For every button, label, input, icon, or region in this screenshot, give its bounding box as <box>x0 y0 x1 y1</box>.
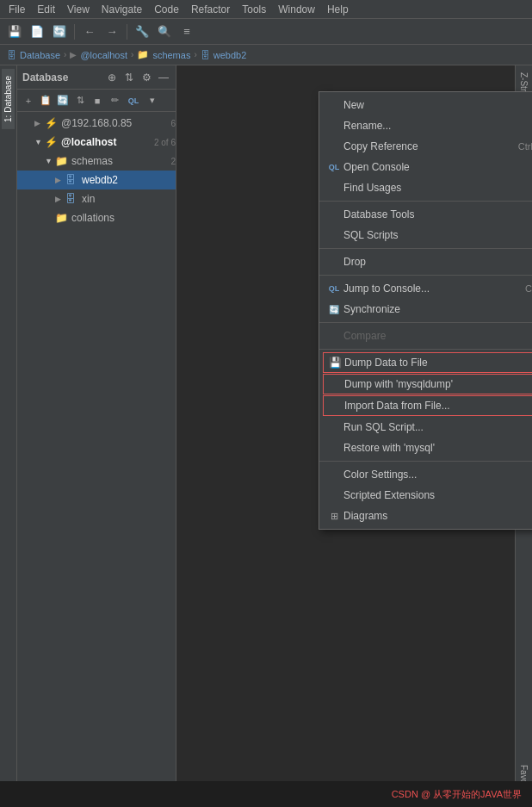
ctx-find-usages[interactable]: Find Usages Alt+F7 <box>319 177 532 198</box>
ctx-dump-label: Dump Data to File <box>344 357 447 369</box>
toolbar-save[interactable]: 💾 <box>5 22 24 41</box>
db-refresh-btn[interactable]: 🔄 <box>55 93 71 109</box>
ctx-scripted-ext[interactable]: Scripted Extensions ▶ <box>319 485 532 506</box>
tree-count-192: 6 <box>170 119 176 128</box>
toolbar-sep2 <box>127 24 127 40</box>
arrow-xin: ▶ <box>55 195 65 203</box>
ctx-jump-icon: QL <box>326 284 342 293</box>
ctx-import-data[interactable]: Import Data from File... 导入 <box>323 395 532 416</box>
ctx-restore-label: Restore with 'mysql' <box>343 442 532 454</box>
breadcrumb-sep3: › <box>194 50 196 59</box>
ctx-copy-ref-shortcut: Ctrl+Alt+Shift+C <box>518 141 532 152</box>
db-panel-actions: ⊕ ⇅ ⚙ — <box>105 71 170 84</box>
ctx-sep2 <box>319 248 532 249</box>
ctx-sql-label: SQL Scripts <box>343 229 532 241</box>
ctx-copy-ref[interactable]: Copy Reference Ctrl+Alt+Shift+C <box>319 136 532 157</box>
menu-view[interactable]: View <box>62 2 95 17</box>
db-sql-btn[interactable]: QL <box>124 93 143 109</box>
ctx-rename[interactable]: Rename... Shift+F6 <box>319 115 532 136</box>
ctx-dump-data[interactable]: 💾 Dump Data to File 备份 ▶ <box>323 352 532 373</box>
ctx-console-icon: QL <box>326 163 342 171</box>
tree-item-localhost[interactable]: ▼ ⚡ @localhost 2 of 6 <box>17 133 176 152</box>
db-panel-title: Database <box>22 71 68 84</box>
db-filter-btn[interactable]: ⇅ <box>72 93 88 109</box>
tree-label-localhost: @localhost <box>61 136 151 148</box>
toolbar-new[interactable]: 📄 <box>28 22 46 41</box>
menu-edit[interactable]: Edit <box>32 2 60 17</box>
menu-help[interactable]: Help <box>322 2 354 17</box>
ctx-color-settings[interactable]: Color Settings... <box>319 464 532 485</box>
toolbar-search[interactable]: 🔍 <box>155 22 174 41</box>
ctx-dump-icon: 💾 <box>327 357 343 369</box>
arrow-192: ▶ <box>34 119 45 127</box>
ctx-synchronize[interactable]: 🔄 Synchronize Ctrl+Alt+Y <box>319 299 532 320</box>
breadcrumb-arrow1: ▶ <box>70 50 77 59</box>
tree-count-schemas: 2 <box>170 157 176 166</box>
toolbar-settings[interactable]: 🔧 <box>133 22 152 41</box>
ctx-sep5 <box>319 349 532 350</box>
ctx-sql-scripts[interactable]: SQL Scripts ▶ <box>319 225 532 245</box>
arrow-schemas: ▼ <box>45 157 55 165</box>
ctx-scripted-label: Scripted Extensions <box>343 489 532 501</box>
toolbar-refresh[interactable]: 🔄 <box>50 22 69 41</box>
ctx-run-sql[interactable]: Run SQL Script... <box>319 417 532 438</box>
server-icon-192: ⚡ <box>45 117 59 129</box>
ctx-diagrams-icon: ⊞ <box>326 511 342 522</box>
ctx-compare: Compare Ctrl+D <box>319 326 532 346</box>
tree-item-xin[interactable]: ▶ 🗄 xin <box>17 189 176 208</box>
toolbar-back[interactable]: ← <box>80 22 99 41</box>
db-panel-settings[interactable]: ⚙ <box>139 71 153 84</box>
left-side-tabs: 1: Database <box>0 65 17 807</box>
menu-navigate[interactable]: Navigate <box>96 2 147 17</box>
menu-code[interactable]: Code <box>149 2 184 17</box>
db-panel-sort[interactable]: ⇅ <box>122 71 136 84</box>
db-panel-globe[interactable]: ⊕ <box>105 71 119 84</box>
menu-file[interactable]: File <box>3 2 30 17</box>
toolbar-forward[interactable]: → <box>102 22 121 41</box>
ctx-jump-console[interactable]: QL Jump to Console... Ctrl+Shift+F10 <box>319 278 532 299</box>
ctx-restore[interactable]: Restore with 'mysql' <box>319 438 532 458</box>
db-panel-header: Database ⊕ ⇅ ⚙ — <box>17 65 176 90</box>
ctx-sync-icon: 🔄 <box>326 305 342 314</box>
breadcrumb-localhost[interactable]: @localhost <box>80 50 127 60</box>
db-edit-btn[interactable]: ✏ <box>107 93 122 109</box>
breadcrumb-database[interactable]: Database <box>20 50 60 60</box>
db-copy-btn[interactable]: 📋 <box>38 93 53 109</box>
db-breadcrumb-icon: 🗄 <box>7 50 16 60</box>
ctx-drop[interactable]: Drop Delete <box>319 251 532 272</box>
breadcrumb-webdb2[interactable]: webdb2 <box>213 50 247 60</box>
ctx-open-console[interactable]: QL Open Console F4 <box>319 157 532 177</box>
toolbar-menu[interactable]: ≡ <box>177 22 196 41</box>
sidebar-tab-database[interactable]: 1: Database <box>2 69 15 129</box>
toolbar: 💾 📄 🔄 ← → 🔧 🔍 ≡ <box>0 19 532 45</box>
ctx-color-label: Color Settings... <box>343 469 532 481</box>
ctx-diagrams[interactable]: ⊞ Diagrams ▶ <box>319 506 532 526</box>
breadcrumb-sep1: › <box>64 50 66 59</box>
right-area: New ▶ Rename... Shift+F6 Copy Reference … <box>176 65 532 807</box>
menu-refactor[interactable]: Refactor <box>186 2 235 17</box>
menu-tools[interactable]: Tools <box>237 2 271 17</box>
db-panel-close[interactable]: — <box>157 71 170 84</box>
db-icon-webdb2: 🗄 <box>65 174 79 186</box>
ctx-copy-ref-label: Copy Reference <box>343 140 511 152</box>
menu-bar: File Edit View Navigate Code Refactor To… <box>0 0 532 19</box>
folder-icon-schemas: 📁 <box>55 155 69 167</box>
breadcrumb-schemas[interactable]: schemas <box>152 50 190 60</box>
ctx-sep4 <box>319 322 532 323</box>
ctx-new-label: New <box>343 99 532 111</box>
tree-item-webdb2[interactable]: ▶ 🗄 webdb2 <box>17 171 176 189</box>
ctx-dump-mysql[interactable]: Dump with 'mysqldump' <box>323 374 532 394</box>
tree-label-schemas: schemas <box>71 155 167 167</box>
menu-window[interactable]: Window <box>273 2 320 17</box>
db-add-btn[interactable]: + <box>21 93 36 109</box>
db-funnel-btn[interactable]: ▾ <box>145 93 160 109</box>
tree-item-schemas[interactable]: ▼ 📁 schemas 2 <box>17 152 176 171</box>
ctx-db-tools[interactable]: Database Tools ▶ <box>319 204 532 225</box>
ctx-new[interactable]: New ▶ <box>319 95 532 115</box>
context-menu: New ▶ Rename... Shift+F6 Copy Reference … <box>319 91 532 530</box>
db-stop-btn[interactable]: ■ <box>90 93 105 109</box>
tree-item-192[interactable]: ▶ ⚡ @192.168.0.85 6 <box>17 114 176 133</box>
ctx-jump-shortcut: Ctrl+Shift+F10 <box>525 283 532 294</box>
ctx-db-tools-label: Database Tools <box>343 208 532 220</box>
tree-item-collations[interactable]: ▶ 📁 collations <box>17 208 176 227</box>
